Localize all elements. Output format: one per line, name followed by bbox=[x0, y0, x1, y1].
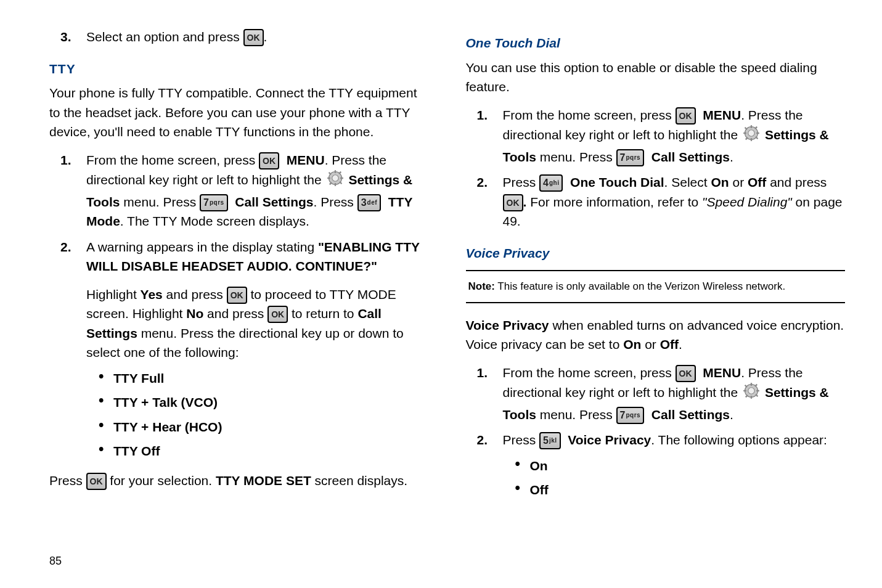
text: . bbox=[730, 407, 733, 422]
text: . bbox=[730, 150, 733, 164]
no-label: No bbox=[186, 306, 203, 321]
tty-tail: Press OK for your selection. TTY MODE SE… bbox=[49, 471, 429, 491]
ok-key-icon: OK bbox=[676, 365, 696, 382]
menu-label: MENU bbox=[703, 365, 741, 380]
tty-step-1: 1. From the home screen, press OK MENU. … bbox=[60, 150, 429, 235]
step-number: 2. bbox=[477, 173, 503, 192]
off-label: Off bbox=[748, 175, 766, 189]
voice-privacy-heading: Voice Privacy bbox=[466, 243, 846, 263]
text: From the home screen, press bbox=[503, 108, 676, 122]
text: for your selection. bbox=[107, 473, 216, 488]
voice-privacy-intro: Voice Privacy when enabled turns on adva… bbox=[466, 316, 846, 354]
text: Highlight bbox=[86, 287, 141, 301]
call-settings-label: Call Settings bbox=[651, 150, 730, 164]
step-number: 1. bbox=[477, 105, 503, 125]
ok-key-icon: OK bbox=[259, 152, 279, 169]
text: A warning appears in the display stating bbox=[86, 240, 318, 254]
four-key-icon: 4ghi bbox=[539, 174, 563, 192]
text: . The TTY Mode screen displays. bbox=[120, 214, 309, 228]
voice-privacy-label: Voice Privacy bbox=[568, 433, 651, 447]
step-body: Press 5jkl Voice Privacy. The following … bbox=[503, 430, 846, 506]
ok-key-icon: OK bbox=[267, 306, 288, 323]
off-label: Off bbox=[660, 337, 679, 351]
text: Press bbox=[503, 433, 540, 447]
step-body: A warning appears in the display stating… bbox=[86, 237, 429, 467]
gear-icon bbox=[743, 125, 760, 147]
text: or bbox=[729, 175, 748, 189]
one-touch-dial-label: One Touch Dial bbox=[570, 175, 664, 189]
step-body: From the home screen, press OK MENU. Pre… bbox=[503, 105, 846, 171]
step-body: Press 4ghi One Touch Dial. Select On or … bbox=[503, 173, 846, 235]
tty-step-2: 2. A warning appears in the display stat… bbox=[60, 237, 429, 467]
list-item: Off bbox=[515, 480, 846, 500]
ok-key-icon: OK bbox=[243, 29, 264, 46]
step-number: 1. bbox=[60, 150, 86, 170]
step-number: 3. bbox=[60, 27, 86, 47]
text: menu. Press bbox=[536, 407, 616, 422]
on-label: On bbox=[623, 337, 641, 351]
text: From the home screen, press bbox=[86, 153, 259, 167]
text: Select an option and press bbox=[86, 30, 243, 44]
text: Press bbox=[49, 473, 86, 488]
call-settings-label: Call Settings bbox=[651, 407, 730, 422]
list-item: TTY Full bbox=[99, 369, 429, 388]
text: . Press bbox=[313, 195, 357, 209]
seven-key-icon: 7pqrs bbox=[200, 194, 228, 211]
ok-key-icon: OK bbox=[503, 194, 523, 211]
text: and press bbox=[203, 306, 267, 321]
list-item: TTY + Hear (HCO) bbox=[99, 417, 429, 437]
ok-key-icon: OK bbox=[227, 287, 247, 304]
text: . The following options appear: bbox=[651, 433, 827, 447]
vp-step-2: 2. Press 5jkl Voice Privacy. The followi… bbox=[477, 430, 846, 506]
three-key-icon: 3def bbox=[357, 194, 381, 211]
list-item: TTY + Talk (VCO) bbox=[99, 393, 429, 412]
step-number: 1. bbox=[477, 363, 503, 383]
one-touch-dial-intro: You can use this option to enable or dis… bbox=[466, 58, 846, 97]
tty-mode-set-label: TTY MODE SET bbox=[216, 473, 311, 488]
menu-label: MENU bbox=[287, 153, 325, 167]
speed-dialing-ref: "Speed Dialing" bbox=[702, 195, 792, 209]
text: screen displays. bbox=[311, 473, 407, 488]
gear-icon bbox=[743, 382, 760, 405]
text: and press bbox=[163, 287, 227, 301]
text: From the home screen, press bbox=[503, 365, 676, 380]
ok-key-icon: OK bbox=[86, 473, 107, 490]
step-number: 2. bbox=[60, 237, 86, 257]
note-label: Note: bbox=[468, 280, 495, 292]
note-text: This feature is only available on the Ve… bbox=[495, 280, 785, 292]
text: to return to bbox=[288, 306, 357, 321]
text: menu. Press bbox=[536, 150, 616, 164]
call-settings-label: Call Settings bbox=[235, 195, 313, 209]
step-body: From the home screen, press OK MENU. Pre… bbox=[503, 363, 846, 428]
list-item: On bbox=[515, 456, 846, 476]
text: or bbox=[641, 337, 659, 351]
vp-options-list: On Off bbox=[515, 456, 846, 500]
otd-step-2: 2. Press 4ghi One Touch Dial. Select On … bbox=[477, 173, 846, 235]
tty-options-list: TTY Full TTY + Talk (VCO) TTY + Hear (HC… bbox=[99, 369, 429, 461]
text: . Select bbox=[664, 175, 711, 189]
otd-step-1: 1. From the home screen, press OK MENU. … bbox=[477, 105, 846, 171]
note-block: Note: This feature is only available on … bbox=[466, 270, 846, 303]
text: . bbox=[679, 337, 682, 351]
vp-step-1: 1. From the home screen, press OK MENU. … bbox=[477, 363, 846, 428]
text: . bbox=[264, 30, 267, 44]
text: Press bbox=[503, 175, 540, 189]
list-item: TTY Off bbox=[99, 441, 429, 461]
tty-heading: TTY bbox=[49, 59, 429, 79]
one-touch-dial-heading: One Touch Dial bbox=[466, 33, 846, 53]
step-body: From the home screen, press OK MENU. Pre… bbox=[86, 150, 429, 235]
step-number: 2. bbox=[477, 430, 503, 450]
tty-intro: Your phone is fully TTY compatible. Conn… bbox=[49, 83, 429, 142]
right-column: One Touch Dial You can use this option t… bbox=[466, 25, 846, 508]
five-key-icon: 5jkl bbox=[539, 432, 561, 449]
seven-key-icon: 7pqrs bbox=[616, 407, 645, 424]
menu-label: MENU bbox=[703, 108, 741, 122]
step-3: 3. Select an option and press OK. bbox=[60, 27, 429, 51]
yes-label: Yes bbox=[141, 287, 163, 301]
ok-key-icon: OK bbox=[676, 107, 696, 125]
seven-key-icon: 7pqrs bbox=[616, 149, 645, 166]
step-body: Select an option and press OK. bbox=[86, 27, 429, 51]
left-column: 3. Select an option and press OK. TTY Yo… bbox=[49, 25, 429, 508]
gear-icon bbox=[327, 169, 344, 192]
text: menu. Press bbox=[120, 195, 200, 209]
